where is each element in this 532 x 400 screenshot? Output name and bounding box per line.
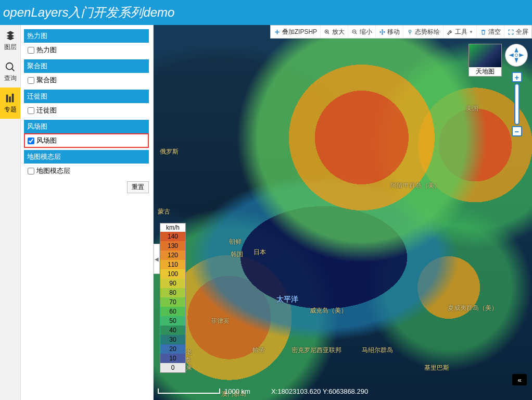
chevron-down-icon: ▼ bbox=[469, 30, 473, 34]
svg-point-0 bbox=[6, 63, 12, 69]
legend-row: 140 bbox=[160, 232, 185, 241]
legend-row: 20 bbox=[160, 344, 185, 354]
side-tabs: 图层 查询 专题 bbox=[0, 25, 21, 400]
section-item-label: 聚合图 bbox=[36, 76, 57, 85]
legend-row: 40 bbox=[160, 326, 185, 335]
section-item-wind[interactable]: 风场图 bbox=[24, 133, 149, 148]
map-label-japan: 日本 bbox=[254, 248, 266, 257]
panel-collapse-button[interactable]: ◀ bbox=[154, 244, 160, 274]
section-header-wind[interactable]: 风场图 bbox=[24, 120, 149, 133]
svg-point-6 bbox=[409, 30, 411, 32]
legend-row: 50 bbox=[160, 316, 185, 326]
app-header: openLayers入门开发系列demo bbox=[0, 0, 532, 25]
layers-icon bbox=[5, 30, 16, 42]
checkbox-heatmap[interactable] bbox=[28, 47, 34, 54]
section-header-heatmap[interactable]: 热力图 bbox=[24, 29, 149, 43]
move-icon bbox=[379, 29, 386, 35]
trash-icon bbox=[480, 29, 487, 35]
legend-panel: km/h 1401301201101009080706050403020100 bbox=[160, 223, 186, 373]
map-label-wake: 威克岛（美） bbox=[310, 306, 347, 315]
legend-row: 60 bbox=[160, 307, 185, 316]
tool-zoom-in[interactable]: 放大 bbox=[320, 26, 348, 38]
section-header-modal[interactable]: 地图模态层 bbox=[24, 150, 149, 164]
search-icon bbox=[5, 61, 16, 73]
svg-marker-9 bbox=[509, 53, 514, 57]
svg-rect-3 bbox=[11, 93, 14, 102]
basemap-thumbnail bbox=[469, 44, 501, 67]
zoom-in-icon bbox=[324, 29, 331, 35]
side-tab-label: 查询 bbox=[4, 74, 17, 83]
svg-rect-2 bbox=[9, 96, 11, 102]
zoom-out-button[interactable]: − bbox=[512, 126, 522, 136]
map-status-bar: 1000 km X:18023103.620 Y:6063868.290 bbox=[158, 385, 528, 397]
section-item-label: 风场图 bbox=[36, 136, 57, 145]
legend-row: 80 bbox=[160, 288, 185, 297]
tool-label: 清空 bbox=[488, 28, 501, 36]
legend-row: 120 bbox=[160, 251, 185, 260]
section-item-heatmap[interactable]: 热力图 bbox=[24, 43, 149, 57]
svg-marker-8 bbox=[514, 58, 518, 63]
legend-row: 100 bbox=[160, 269, 185, 279]
map-label-aleutian: 阿留申群岛（美） bbox=[390, 181, 440, 190]
scale-value: 1000 km bbox=[224, 388, 250, 395]
map-label-cambodia: 柬 bbox=[186, 364, 192, 372]
overview-toggle-button[interactable]: « bbox=[512, 374, 527, 385]
side-tab-layers[interactable]: 图层 bbox=[0, 25, 20, 56]
zoom-slider[interactable] bbox=[514, 83, 520, 125]
map-canvas[interactable]: 俄罗斯 蒙古 朝鲜 韩国 日本 美国 阿留申群岛（美） 太平洋 威克岛（美） 夏… bbox=[154, 25, 532, 400]
map-label-korea-s: 韩国 bbox=[231, 250, 243, 259]
section-item-label: 迁徙图 bbox=[36, 106, 57, 115]
tool-pan[interactable]: 移动 bbox=[375, 26, 403, 38]
map-toolbar: 叠加ZIPSHP 放大 缩小 移动 态势标绘 工具 ▼ bbox=[270, 25, 532, 39]
basemap-switcher[interactable]: 天地图 bbox=[468, 44, 502, 77]
side-tab-theme[interactable]: 专题 bbox=[0, 88, 20, 119]
legend-row: 0 bbox=[160, 363, 185, 372]
map-label-hawaii: 夏威夷群岛（美） bbox=[448, 304, 498, 312]
section-item-migration[interactable]: 迁徙图 bbox=[24, 103, 149, 118]
legend-row: 90 bbox=[160, 279, 185, 288]
map-label-kiribati: 基里巴斯 bbox=[424, 364, 449, 372]
wrench-icon bbox=[447, 29, 453, 35]
legend-row: 110 bbox=[160, 260, 185, 269]
zoom-in-button[interactable]: + bbox=[512, 72, 522, 82]
map-label-korea-n: 朝鲜 bbox=[229, 238, 242, 246]
nav-pan-control[interactable] bbox=[505, 44, 528, 67]
section-item-modal[interactable]: 地图模态层 bbox=[24, 164, 149, 178]
checkbox-migration[interactable] bbox=[28, 107, 34, 114]
checkbox-wind[interactable] bbox=[28, 138, 34, 144]
tool-situation[interactable]: 态势标绘 bbox=[403, 26, 443, 38]
reset-button[interactable]: 重置 bbox=[127, 181, 149, 193]
tool-zoom-out[interactable]: 缩小 bbox=[348, 26, 375, 38]
side-tab-query[interactable]: 查询 bbox=[0, 56, 20, 88]
fullscreen-icon bbox=[508, 29, 514, 35]
tool-fullscreen[interactable]: 全屏 bbox=[504, 26, 531, 38]
checkbox-cluster[interactable] bbox=[28, 77, 34, 84]
zoom-out-icon bbox=[351, 29, 358, 35]
map-label-russia: 俄罗斯 bbox=[160, 147, 179, 156]
tool-label: 工具 bbox=[455, 28, 467, 36]
svg-point-11 bbox=[515, 54, 517, 56]
side-tab-label: 图层 bbox=[4, 43, 17, 52]
layer-panel: 热力图 热力图 聚合图 聚合图 迁徙图 迁徙图 风场图 风场图 地图模态层 地图… bbox=[21, 25, 154, 400]
tool-tools[interactable]: 工具 ▼ bbox=[443, 26, 476, 38]
section-item-cluster[interactable]: 聚合图 bbox=[24, 73, 149, 88]
basemap-label: 天地图 bbox=[469, 67, 501, 76]
compass-icon bbox=[507, 46, 526, 65]
section-header-migration[interactable]: 迁徙图 bbox=[24, 90, 149, 103]
tool-clear[interactable]: 清空 bbox=[476, 26, 504, 38]
tool-label: 放大 bbox=[332, 28, 345, 36]
map-label-palau: 帕劳 bbox=[252, 346, 265, 355]
section-header-cluster[interactable]: 聚合图 bbox=[24, 59, 149, 73]
section-item-label: 热力图 bbox=[36, 45, 57, 55]
tool-label: 态势标绘 bbox=[415, 28, 440, 36]
plus-icon bbox=[274, 29, 281, 35]
tool-label: 叠加ZIPSHP bbox=[282, 28, 317, 36]
svg-rect-1 bbox=[6, 94, 8, 102]
marker-icon bbox=[407, 29, 413, 35]
tool-add-zipshp[interactable]: 叠加ZIPSHP bbox=[271, 26, 320, 38]
side-tab-label: 专题 bbox=[4, 105, 17, 114]
legend-row: 130 bbox=[160, 241, 185, 251]
checkbox-modal[interactable] bbox=[28, 168, 34, 174]
map-label-usa: 美国 bbox=[466, 104, 478, 113]
scale-bar: 1000 km bbox=[158, 388, 250, 395]
